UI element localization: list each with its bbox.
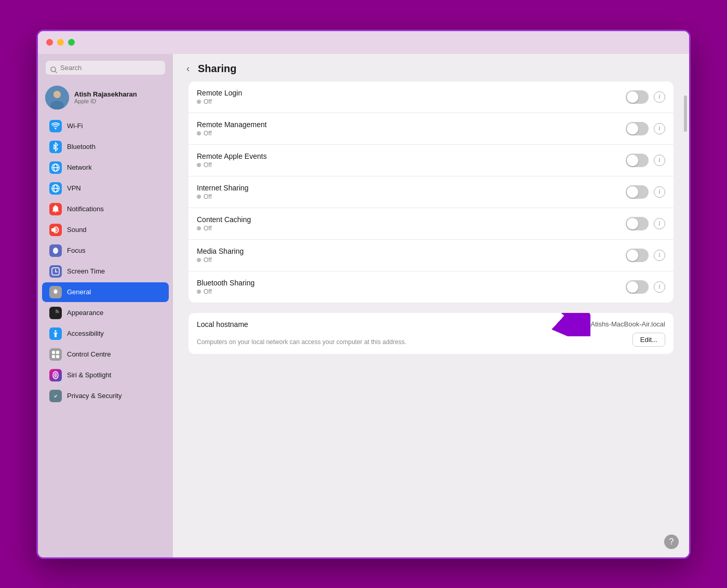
internet-sharing-info-btn[interactable]: i: [654, 186, 665, 198]
bluetooth-sharing-info-btn[interactable]: i: [654, 281, 665, 293]
remote-login-label: Remote Login: [197, 89, 626, 97]
remote-apple-events-status-dot: [197, 163, 201, 167]
sidebar-item-vpn[interactable]: VPN: [42, 179, 169, 198]
hostname-label: Local hostname: [197, 320, 248, 329]
privacy-icon: [49, 390, 62, 402]
remote-management-label-group: Remote Management Off: [197, 120, 626, 137]
remote-apple-events-label: Remote Apple Events: [197, 152, 626, 160]
remote-management-label: Remote Management: [197, 120, 626, 129]
focus-icon: [49, 244, 62, 257]
hostname-group: Local hostname Atishs-MacBook-Air.local …: [189, 313, 674, 354]
bluetooth-sharing-controls: i: [626, 280, 665, 294]
internet-sharing-status-dot: [197, 195, 201, 199]
sidebar-item-accessibility[interactable]: Accessibility: [42, 324, 169, 344]
sidebar: Atish Rajasekharan Apple ID Wi-Fi: [38, 54, 173, 557]
remote-management-status-dot: [197, 131, 201, 135]
content-caching-status-dot: [197, 226, 201, 230]
sidebar-item-bluetooth[interactable]: Bluetooth: [42, 137, 169, 157]
content-caching-controls: i: [626, 217, 665, 230]
internet-sharing-row: Internet Sharing Off i: [189, 176, 674, 208]
media-sharing-info-btn[interactable]: i: [654, 250, 665, 261]
media-sharing-controls: i: [626, 249, 665, 262]
remote-apple-events-sublabel: Off: [197, 161, 626, 169]
remote-management-toggle-knob: [627, 123, 638, 134]
media-sharing-label-group: Media Sharing Off: [197, 247, 626, 264]
avatar: [45, 86, 69, 110]
media-sharing-status-dot: [197, 258, 201, 262]
main-header: ‹ Sharing: [173, 54, 689, 81]
svg-point-23: [54, 373, 57, 378]
sidebar-item-notifications[interactable]: Notifications: [42, 199, 169, 219]
internet-sharing-label-group: Internet Sharing Off: [197, 184, 626, 200]
sidebar-item-appearance[interactable]: Appearance: [42, 303, 169, 323]
remote-management-row: Remote Management Off i: [189, 113, 674, 145]
sidebar-item-focus[interactable]: Focus: [42, 241, 169, 261]
sidebar-item-label-controlcentre: Control Centre: [67, 350, 111, 358]
sidebar-item-label-wifi: Wi-Fi: [67, 122, 83, 130]
svg-rect-18: [52, 351, 55, 354]
search-icon: [50, 66, 57, 75]
sidebar-item-general[interactable]: General: [42, 282, 169, 302]
media-sharing-toggle[interactable]: [626, 249, 649, 262]
content-caching-info-btn[interactable]: i: [654, 218, 665, 229]
remote-login-sublabel: Off: [197, 98, 626, 105]
hostname-value: Atishs-MacBook-Air.local: [590, 320, 665, 328]
content-caching-toggle[interactable]: [626, 217, 649, 230]
internet-sharing-toggle[interactable]: [626, 185, 649, 199]
bluetooth-sharing-label-group: Bluetooth Sharing Off: [197, 279, 626, 295]
sidebar-item-network[interactable]: Network: [42, 158, 169, 177]
user-profile[interactable]: Atish Rajasekharan Apple ID: [38, 81, 173, 116]
sidebar-item-controlcentre[interactable]: Control Centre: [42, 345, 169, 364]
bluetooth-sharing-label: Bluetooth Sharing: [197, 279, 626, 287]
sharing-settings-group: Remote Login Off i: [189, 81, 674, 303]
user-info: Atish Rajasekharan Apple ID: [74, 90, 166, 104]
remote-login-toggle[interactable]: [626, 90, 649, 104]
remote-management-info-btn[interactable]: i: [654, 123, 665, 134]
avatar-image: [45, 86, 69, 110]
maximize-button[interactable]: [68, 39, 75, 46]
remote-apple-events-info-btn[interactable]: i: [654, 155, 665, 166]
hostname-description: Computers on your local network can acce…: [197, 338, 407, 347]
sidebar-item-label-sound: Sound: [67, 226, 87, 234]
sidebar-item-screentime[interactable]: Screen Time: [42, 262, 169, 281]
network-icon: [49, 161, 62, 174]
internet-sharing-sublabel: Off: [197, 193, 626, 200]
close-button[interactable]: [46, 39, 53, 46]
remote-login-row: Remote Login Off i: [189, 81, 674, 113]
bluetooth-sharing-toggle[interactable]: [626, 280, 649, 294]
remote-login-controls: i: [626, 90, 665, 104]
internet-sharing-controls: i: [626, 185, 665, 199]
sidebar-item-privacy[interactable]: Privacy & Security: [42, 386, 169, 406]
remote-login-info-btn[interactable]: i: [654, 91, 665, 103]
sidebar-item-siri[interactable]: Siri & Spotlight: [42, 365, 169, 385]
sidebar-item-label-vpn: VPN: [67, 184, 81, 192]
bluetooth-sharing-toggle-knob: [627, 281, 638, 293]
search-wrapper: [38, 60, 173, 81]
remote-management-toggle[interactable]: [626, 122, 649, 135]
media-sharing-toggle-knob: [627, 250, 638, 261]
help-button[interactable]: ?: [664, 535, 679, 549]
sidebar-item-sound[interactable]: Sound: [42, 220, 169, 240]
system-preferences-window: Atish Rajasekharan Apple ID Wi-Fi: [36, 30, 691, 559]
minimize-button[interactable]: [57, 39, 64, 46]
sidebar-item-label-appearance: Appearance: [67, 309, 103, 317]
remote-management-controls: i: [626, 122, 665, 135]
back-button[interactable]: ‹: [183, 62, 193, 75]
siri-icon: [49, 369, 62, 381]
sidebar-item-label-bluetooth: Bluetooth: [67, 143, 96, 151]
content-area: Atish Rajasekharan Apple ID Wi-Fi: [38, 54, 689, 557]
remote-apple-events-controls: i: [626, 154, 665, 167]
accessibility-icon: [49, 327, 62, 340]
bluetooth-sharing-row: Bluetooth Sharing Off i: [189, 271, 674, 303]
screentime-icon: [49, 265, 62, 278]
remote-apple-events-toggle[interactable]: [626, 154, 649, 167]
wifi-icon: [49, 120, 62, 132]
hostname-edit-button[interactable]: Edit...: [632, 333, 665, 347]
search-input[interactable]: [45, 60, 166, 75]
internet-sharing-label: Internet Sharing: [197, 184, 626, 192]
content-caching-row: Content Caching Off i: [189, 208, 674, 240]
remote-apple-events-row: Remote Apple Events Off i: [189, 145, 674, 176]
sidebar-item-wifi[interactable]: Wi-Fi: [42, 116, 169, 136]
svg-rect-19: [56, 351, 59, 354]
scrollbar[interactable]: [684, 95, 687, 132]
